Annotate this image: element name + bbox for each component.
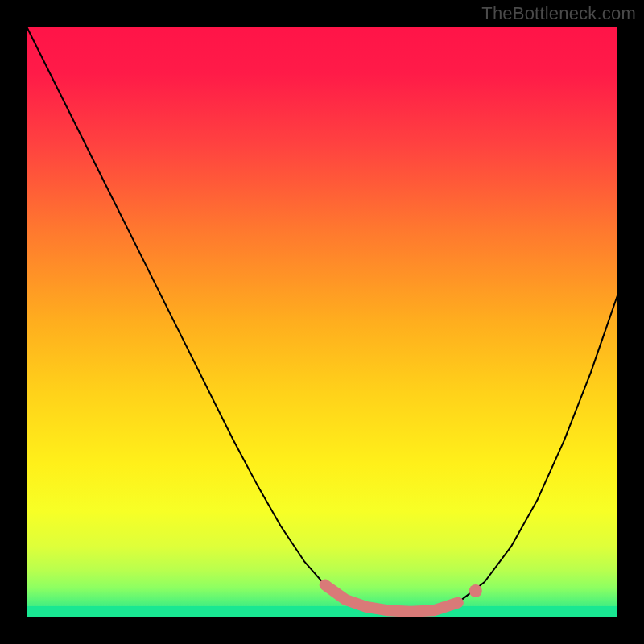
watermark-text: TheBottleneck.com <box>481 3 636 24</box>
bottleneck-plot <box>0 0 644 644</box>
plot-gradient-area <box>27 27 617 617</box>
accent-end-dot <box>469 584 482 597</box>
chart-stage: TheBottleneck.com <box>0 0 644 644</box>
bottom-green-band <box>27 606 617 617</box>
